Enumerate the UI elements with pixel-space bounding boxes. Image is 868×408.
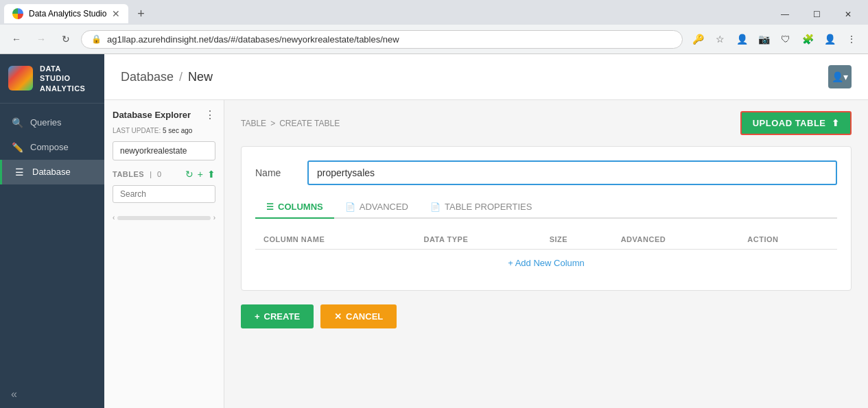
- user-icon: 👤▾: [832, 71, 848, 82]
- form-breadcrumb-table: TABLE: [241, 119, 266, 128]
- last-update: LAST UPDATE: 5 sec ago: [113, 127, 215, 134]
- col-header-datatype: DATA TYPE: [416, 230, 541, 250]
- sidebar-item-queries[interactable]: 🔍 Queries: [0, 110, 104, 135]
- search-input[interactable]: [113, 185, 215, 203]
- tables-label: TABLES: [113, 170, 144, 178]
- upload-table-label: UPLOAD TABLE: [753, 118, 826, 128]
- reload-button[interactable]: ↻: [56, 29, 75, 49]
- form-card: Name ☰ COLUMNS 📄 ADVANCED: [241, 146, 852, 291]
- scroll-right-button[interactable]: ›: [213, 214, 215, 221]
- main-content: Database / New 👤▾ Database Explorer ⋮ LA…: [104, 54, 868, 408]
- advanced-tab-icon: 📄: [345, 202, 355, 212]
- upload-table-button[interactable]: UPLOAD TABLE ⬆: [740, 111, 852, 135]
- person-icon[interactable]: 👤: [732, 29, 751, 49]
- db-name-box: newyorkrealestate: [113, 141, 215, 160]
- url-input[interactable]: 🔒 ag1llap.azurehdinsight.net/das/#/datab…: [81, 30, 683, 49]
- breadcrumb: Database / New: [121, 70, 213, 84]
- cancel-button-label: CANCEL: [346, 311, 383, 322]
- collapse-button[interactable]: «: [11, 388, 17, 400]
- scroll-left-button[interactable]: ‹: [113, 214, 115, 221]
- tables-actions: ↻ + ⬆: [185, 169, 215, 180]
- compose-icon: ✏️: [11, 142, 23, 153]
- browser-tab[interactable]: Data Analytics Studio ✕: [4, 4, 128, 23]
- table-props-tab-icon: 📄: [430, 202, 441, 212]
- lock-icon: 🔒: [91, 34, 102, 44]
- star-icon[interactable]: ☆: [710, 29, 729, 49]
- action-buttons: + CREATE ✕ CANCEL: [241, 304, 852, 328]
- forward-button[interactable]: →: [32, 29, 51, 49]
- key-icon[interactable]: 🔑: [688, 29, 707, 49]
- sidebar-item-queries-label: Queries: [30, 117, 62, 128]
- form-breadcrumb-create: CREATE TABLE: [279, 119, 340, 128]
- add-column-row: + Add New Column: [255, 250, 837, 277]
- sidebar-item-database[interactable]: ☰ Database: [0, 160, 104, 184]
- logo-text: DATA STUDIO ANALYTICS: [40, 64, 85, 93]
- tab-title: Data Analytics Studio: [29, 9, 106, 19]
- minimize-button[interactable]: —: [769, 2, 801, 27]
- breadcrumb-current: New: [188, 70, 213, 84]
- form-name-row: Name: [255, 160, 837, 185]
- search-icon: 🔍: [11, 117, 23, 128]
- col-header-name: COLUMN NAME: [255, 230, 416, 250]
- menu-icon[interactable]: ⋮: [842, 29, 861, 49]
- tab-advanced[interactable]: 📄 ADVANCED: [334, 196, 419, 219]
- explorer-header: Database Explorer ⋮: [113, 108, 215, 121]
- tab-favicon: [12, 8, 23, 19]
- explorer-title: Database Explorer: [113, 110, 191, 120]
- explorer-menu-button[interactable]: ⋮: [204, 108, 215, 121]
- extensions-icon[interactable]: 🧩: [798, 29, 817, 49]
- url-text: ag1llap.azurehdinsight.net/das/#/databas…: [107, 34, 672, 45]
- scrollbar-area: ‹ ›: [113, 211, 215, 224]
- upload-table-icon: ⬆: [832, 118, 840, 128]
- col-header-advanced: ADVANCED: [613, 230, 740, 250]
- name-label: Name: [255, 167, 296, 178]
- create-button-icon: +: [255, 311, 260, 322]
- col-header-size: SIZE: [541, 230, 613, 250]
- cancel-button[interactable]: ✕ CANCEL: [320, 304, 397, 328]
- close-button[interactable]: ✕: [832, 2, 864, 27]
- name-input[interactable]: [307, 160, 837, 185]
- form-breadcrumb-arrow: >: [270, 119, 275, 128]
- form-header: TABLE > CREATE TABLE UPLOAD TABLE ⬆: [241, 111, 852, 135]
- toolbar-icons: 🔑 ☆ 👤 📷 🛡 🧩 👤 ⋮: [688, 29, 861, 49]
- shield-icon[interactable]: 🛡: [776, 29, 795, 49]
- horizontal-scrollbar[interactable]: [117, 216, 210, 220]
- last-update-time: 5 sec ago: [163, 127, 192, 134]
- tab-close-button[interactable]: ✕: [112, 8, 120, 19]
- col-header-action: ACTION: [739, 230, 837, 250]
- create-button-label: CREATE: [264, 311, 300, 322]
- refresh-tables-button[interactable]: ↻: [185, 169, 193, 180]
- logo-icon: [8, 66, 33, 91]
- sidebar-item-database-label: Database: [32, 167, 71, 177]
- tabs: ☰ COLUMNS 📄 ADVANCED 📄 TABLE PROPERTIES: [255, 196, 837, 219]
- create-button[interactable]: + CREATE: [241, 304, 314, 328]
- profile-icon[interactable]: 👤: [820, 29, 839, 49]
- database-explorer: Database Explorer ⋮ LAST UPDATE: 5 sec a…: [104, 100, 224, 408]
- sidebar-nav: 🔍 Queries ✏️ Compose ☰ Database: [0, 104, 104, 380]
- new-tab-button[interactable]: +: [131, 4, 150, 23]
- form-area: TABLE > CREATE TABLE UPLOAD TABLE ⬆ Name: [224, 100, 868, 408]
- content-area: Database Explorer ⋮ LAST UPDATE: 5 sec a…: [104, 100, 868, 408]
- top-bar: Database / New 👤▾: [104, 54, 868, 100]
- add-new-column-button[interactable]: + Add New Column: [508, 258, 585, 268]
- user-button[interactable]: 👤▾: [828, 65, 852, 88]
- address-bar: ← → ↻ 🔒 ag1llap.azurehdinsight.net/das/#…: [0, 25, 868, 53]
- columns-tab-label: COLUMNS: [278, 202, 323, 212]
- add-table-button[interactable]: +: [198, 169, 203, 180]
- columns-tab-icon: ☰: [266, 202, 274, 212]
- cancel-button-icon: ✕: [334, 311, 342, 322]
- upload-table-button[interactable]: ⬆: [207, 169, 215, 180]
- tab-columns[interactable]: ☰ COLUMNS: [255, 196, 334, 219]
- advanced-tab-label: ADVANCED: [360, 202, 408, 212]
- columns-table: COLUMN NAME DATA TYPE SIZE ADVANCED ACTI…: [255, 230, 837, 276]
- breadcrumb-separator: /: [179, 70, 183, 84]
- sidebar-item-compose-label: Compose: [30, 142, 69, 152]
- sidebar-logo: DATA STUDIO ANALYTICS: [0, 54, 104, 104]
- tables-count: 0: [157, 170, 161, 178]
- tables-header: TABLES | 0 ↻ + ⬆: [113, 169, 215, 180]
- camera-icon[interactable]: 📷: [754, 29, 773, 49]
- back-button[interactable]: ←: [7, 29, 26, 49]
- sidebar-item-compose[interactable]: ✏️ Compose: [0, 135, 104, 160]
- maximize-button[interactable]: ☐: [801, 2, 832, 27]
- tab-table-properties[interactable]: 📄 TABLE PROPERTIES: [419, 196, 543, 219]
